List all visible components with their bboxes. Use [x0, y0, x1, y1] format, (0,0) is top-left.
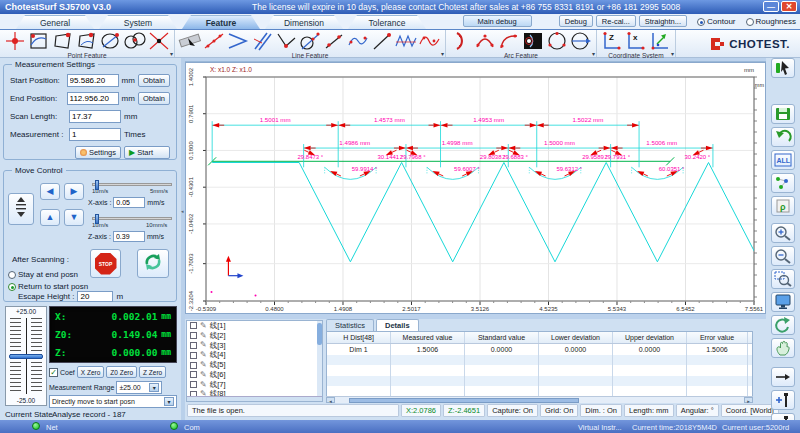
quarter-arc-icon[interactable] — [497, 30, 521, 52]
z-speed-slider[interactable] — [92, 217, 172, 220]
straightn--button[interactable]: Straightn... — [639, 15, 687, 27]
stay-radio-row[interactable]: Stay at end posn — [8, 269, 78, 279]
end-position-input[interactable] — [67, 92, 119, 105]
chevron-down-icon[interactable]: ▾ — [441, 50, 444, 57]
points-icon[interactable] — [771, 173, 795, 193]
crosshair-point-icon[interactable] — [3, 30, 27, 52]
hatched-line-icon[interactable] — [178, 30, 202, 52]
point-line-icon[interactable] — [370, 30, 394, 52]
angle-line-icon[interactable] — [274, 30, 298, 52]
sample-line-icon[interactable] — [202, 30, 226, 52]
main-debug-button[interactable]: Main debug — [463, 15, 532, 27]
chevron-down-icon[interactable]: ▾ — [592, 50, 595, 57]
display-icon[interactable] — [771, 292, 795, 312]
pointer-icon[interactable] — [771, 58, 795, 78]
arrow-right-icon[interactable] — [771, 367, 795, 387]
chevron-down-icon[interactable]: ▾ — [671, 50, 674, 57]
start-position-input[interactable] — [67, 74, 119, 87]
pencil-icon[interactable]: ✎ — [200, 381, 207, 389]
scroll-thumb[interactable] — [349, 398, 579, 403]
two-point-line-icon[interactable] — [322, 30, 346, 52]
pencil-icon[interactable]: ✎ — [200, 322, 207, 330]
chevron-down-icon[interactable]: ▾ — [170, 50, 173, 57]
profile-canvas[interactable]: -0.53090.48001.49082.50173.51264.52355.5… — [185, 62, 766, 314]
coef-checkbox[interactable]: ✓ — [49, 368, 58, 377]
list-item[interactable]: ✎线[1] — [187, 321, 322, 331]
measurement-times-input[interactable] — [69, 128, 121, 141]
z-speed-input[interactable] — [113, 231, 145, 242]
coord-z-icon[interactable]: Z — [600, 30, 624, 52]
tab-feature[interactable]: Feature — [182, 15, 260, 29]
item-checkbox[interactable] — [190, 352, 197, 359]
probe-plus-icon[interactable] — [771, 390, 795, 410]
rect-arc-point-icon[interactable] — [27, 30, 51, 52]
dark-arc-icon[interactable] — [521, 30, 545, 52]
stop-button[interactable]: STOP — [90, 249, 121, 278]
curve-line-icon[interactable] — [346, 30, 370, 52]
intersection-point-icon[interactable] — [147, 30, 171, 52]
wave-m-icon[interactable] — [394, 30, 418, 52]
tab-tolerance[interactable]: Tolerance — [348, 15, 426, 29]
settings-button[interactable]: Settings — [75, 146, 121, 159]
z0-zero-button[interactable]: Z0 Zero — [106, 366, 137, 378]
item-checkbox[interactable] — [190, 371, 197, 378]
list-vertical-scrollbar[interactable] — [317, 321, 322, 397]
arc-points-icon[interactable] — [473, 30, 497, 52]
ellipse-line-point-icon[interactable] — [99, 30, 123, 52]
move-left-button[interactable]: ◀ — [40, 183, 60, 200]
scroll-thumb[interactable] — [317, 323, 322, 345]
close-button[interactable]: ✕ — [781, 1, 797, 12]
rotate-icon[interactable] — [771, 315, 795, 335]
list-item[interactable]: ✎线[4] — [187, 350, 322, 360]
item-checkbox[interactable] — [190, 322, 197, 329]
x-zero-button[interactable]: X Zero — [77, 366, 105, 378]
zoom-in-icon[interactable] — [771, 223, 795, 243]
zoom-out-icon[interactable] — [771, 246, 795, 266]
table-row[interactable]: Dim 11.50060.00000.00000.00001.5006 — [327, 344, 752, 355]
tab-system[interactable]: System — [99, 15, 177, 29]
move-option-select[interactable]: Directly move to start posn▾ — [49, 395, 177, 408]
coord-x-icon[interactable]: x — [624, 30, 648, 52]
jog-mode-button[interactable] — [8, 193, 34, 225]
x-speed-input[interactable] — [113, 197, 145, 208]
contour-radio[interactable] — [697, 18, 705, 26]
item-checkbox[interactable] — [190, 332, 197, 339]
move-down-button[interactable]: ▼ — [64, 209, 84, 226]
half-arc-icon[interactable] — [449, 30, 473, 52]
pencil-icon[interactable]: ✎ — [200, 371, 207, 379]
undo-icon[interactable] — [771, 127, 795, 147]
list-item[interactable]: ✎线[5] — [187, 360, 322, 370]
gauge-handle[interactable] — [9, 354, 43, 359]
tab-details[interactable]: Details — [376, 319, 419, 331]
parallel-lines-icon[interactable] — [250, 30, 274, 52]
pencil-icon[interactable]: ✎ — [200, 351, 207, 359]
z-zero-button[interactable]: Z Zero — [139, 366, 166, 378]
list-item[interactable]: ✎线[6] — [187, 370, 322, 380]
quad-arc-point-icon[interactable] — [75, 30, 99, 52]
obtain-end-button[interactable]: Obtain — [138, 92, 170, 105]
list-horizontal-scrollbar[interactable] — [187, 396, 323, 401]
position-gauge[interactable]: +25.00 -25.00 — [5, 306, 47, 406]
scan-length-input[interactable] — [69, 110, 121, 123]
start-button[interactable]: ▶Start — [124, 146, 170, 159]
wave-n-icon[interactable] — [418, 30, 442, 52]
tab-general[interactable]: General — [16, 15, 94, 29]
stay-radio[interactable] — [8, 271, 16, 279]
circle-tangent-line-icon[interactable] — [298, 30, 322, 52]
pencil-icon[interactable]: ✎ — [200, 341, 207, 349]
escape-height-input[interactable] — [77, 291, 113, 302]
save-icon[interactable] — [771, 104, 795, 124]
return-radio[interactable] — [8, 283, 16, 291]
debug-button[interactable]: Debug — [559, 15, 593, 27]
converge-lines-icon[interactable] — [226, 30, 250, 52]
pan-icon[interactable] — [771, 338, 795, 358]
list-item[interactable]: ✎线[3] — [187, 341, 322, 351]
refresh-button[interactable] — [137, 249, 169, 278]
item-checkbox[interactable] — [190, 362, 197, 369]
tab-statistics[interactable]: Statistics — [326, 319, 374, 331]
mode-roughness[interactable]: Roughness — [736, 16, 796, 26]
clear-icon[interactable]: ρ — [771, 196, 795, 216]
circle-axis-icon[interactable] — [569, 30, 593, 52]
mode-contour[interactable]: Contour — [687, 16, 735, 26]
item-checkbox[interactable] — [190, 381, 197, 388]
